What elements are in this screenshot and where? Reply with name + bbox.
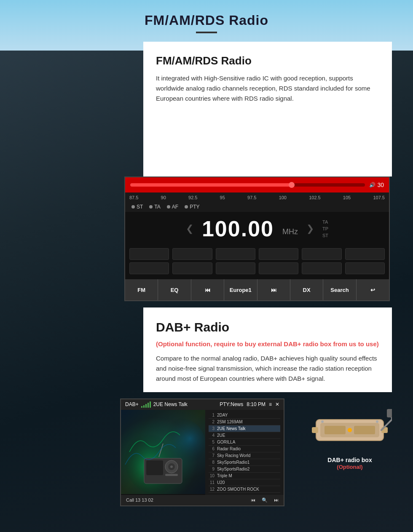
- option-st[interactable]: ST: [131, 204, 143, 210]
- freq-97.5: 97.5: [247, 195, 256, 200]
- ctrl-back[interactable]: ↩: [357, 279, 389, 300]
- freq-next-arrow[interactable]: ❯: [306, 223, 314, 234]
- freq-102.5: 102.5: [309, 195, 321, 200]
- signal-bar-2: [143, 405, 145, 408]
- dab-station-8[interactable]: 8 SkySportsRadio1: [209, 459, 280, 466]
- signal-bar-3: [145, 404, 147, 408]
- svg-point-6: [170, 465, 173, 468]
- ctrl-next[interactable]: ⏭: [257, 279, 290, 300]
- ctrl-search[interactable]: Search: [323, 279, 356, 300]
- fm-card-description: It integrated with High-Sensitive radio …: [156, 73, 379, 104]
- preset-9[interactable]: [216, 262, 255, 274]
- volume-fill: [130, 183, 295, 187]
- dab-radio-box: DAB+ radio box (Optional): [293, 398, 407, 506]
- freq-95: 95: [220, 195, 225, 200]
- label-st: ST: [322, 233, 328, 238]
- svg-rect-15: [354, 426, 375, 434]
- preset-row-2: [129, 262, 385, 274]
- dab-station-12[interactable]: 12 ZOO SMOOTH ROCK: [209, 486, 280, 493]
- preset-6[interactable]: [345, 248, 385, 260]
- svg-rect-3: [146, 460, 163, 475]
- title-underline: [196, 32, 217, 33]
- freq-92.5: 92.5: [188, 195, 197, 200]
- freq-90: 90: [161, 195, 166, 200]
- dab-station-10[interactable]: 10 Triple M: [209, 473, 280, 479]
- dab-ctrl-next[interactable]: ⏭: [274, 497, 279, 503]
- signal-bar-1: [141, 406, 142, 408]
- page-title-area: FM/AM/RDS Radio: [0, 0, 413, 42]
- dab-ctrl-search[interactable]: 🔍: [262, 497, 268, 503]
- preset-5[interactable]: [302, 248, 341, 260]
- option-af-label: AF: [172, 204, 178, 210]
- dab-station-6[interactable]: 6 Radar Radio: [209, 446, 280, 452]
- option-st-label: ST: [137, 204, 143, 210]
- dab-station-10-name: Triple M: [217, 473, 232, 478]
- svg-point-20: [376, 420, 378, 423]
- preset-11[interactable]: [302, 262, 341, 274]
- preset-3[interactable]: [216, 248, 255, 260]
- dab-station-2-name: 2SM 1269AM: [217, 420, 243, 424]
- option-pty-dot: [185, 205, 188, 209]
- preset-row-1: [129, 248, 385, 260]
- preset-12[interactable]: [345, 262, 385, 274]
- dab-station-8-name: SkySportsRadio1: [217, 460, 249, 465]
- dab-ctrl-prev[interactable]: ⏮: [251, 497, 255, 503]
- preset-4[interactable]: [259, 248, 298, 260]
- close-icon[interactable]: ✕: [275, 401, 279, 407]
- dab-bottom-bar: Call 13 13 02 ⏮ 🔍 ⏭: [121, 495, 284, 505]
- dab-station-9-name: SkySportsRadio2: [217, 467, 249, 471]
- dab-station-7[interactable]: 7 Sky Racing World: [209, 452, 280, 459]
- dab-station-9[interactable]: 9 SkySportsRadio2: [209, 466, 280, 473]
- preset-1[interactable]: [129, 248, 169, 260]
- dab-station-4[interactable]: 4 2UE: [209, 432, 280, 439]
- ctrl-dx[interactable]: DX: [290, 279, 323, 300]
- bottom-row: DAB+ 2UE News Talk PTY:News 8:10 PM ≡ ✕: [120, 398, 407, 515]
- dab-section: DAB+ Radio (Optional function, require t…: [143, 307, 392, 392]
- dab-station-3-name: 2UE News Talk: [217, 426, 246, 431]
- label-tp: TP: [322, 226, 328, 231]
- dab-station-3[interactable]: 3 2UE News Talk: [209, 425, 280, 432]
- ctrl-fm[interactable]: FM: [125, 279, 158, 300]
- dab-station-12-name: ZOO SMOOTH ROCK: [217, 487, 259, 492]
- dab-station-5[interactable]: 5 GORILLA: [209, 439, 280, 446]
- svg-point-19: [321, 420, 324, 423]
- dab-header-left: DAB+ 2UE News Talk: [125, 401, 188, 408]
- preset-7[interactable]: [129, 262, 169, 274]
- dab-station-list: 1 2DAY 2 2SM 1269AM 3 2UE News Talk 4: [209, 412, 280, 493]
- dab-pty: PTY:News: [220, 401, 243, 407]
- ctrl-eq[interactable]: EQ: [158, 279, 191, 300]
- svg-rect-11: [312, 427, 318, 433]
- radio-box-visual: [308, 403, 392, 453]
- dab-header-right: PTY:News 8:10 PM ≡ ✕: [220, 401, 279, 407]
- signal-bar-4: [148, 403, 149, 408]
- options-row: ST TA AF PTY: [125, 202, 389, 212]
- fm-card: FM/AM/RDS Radio It integrated with High-…: [143, 42, 392, 176]
- preset-8[interactable]: [172, 262, 212, 274]
- volume-track[interactable]: [130, 183, 365, 187]
- dab-station-2[interactable]: 2 2SM 1269AM: [209, 419, 280, 425]
- dab-optional-note: (Optional function, require to buy exter…: [156, 340, 379, 349]
- dab-call-text: Call 13 13 02: [126, 497, 153, 503]
- svg-rect-14: [324, 426, 346, 434]
- option-ta[interactable]: TA: [149, 204, 160, 210]
- dab-station-1[interactable]: 1 2DAY: [209, 412, 280, 419]
- dab-label: DAB+: [125, 401, 139, 407]
- preset-2[interactable]: [172, 248, 212, 260]
- dab-body: 1 2DAY 2 2SM 1269AM 3 2UE News Talk 4: [121, 410, 284, 495]
- volume-label: 🔊 30: [369, 182, 384, 188]
- dab-radio-box-label: DAB+ radio box (Optional): [327, 457, 372, 470]
- dab-station-11[interactable]: 11 U20: [209, 479, 280, 486]
- option-ta-dot: [149, 205, 153, 209]
- dab-station-list-panel: 1 2DAY 2 2SM 1269AM 3 2UE News Talk 4: [205, 410, 284, 495]
- freq-prev-arrow[interactable]: ❮: [186, 223, 193, 234]
- option-pty[interactable]: PTY: [185, 204, 199, 210]
- dab-station-6-name: Radar Radio: [217, 446, 241, 451]
- option-af[interactable]: AF: [167, 204, 178, 210]
- label-ta: TA: [322, 219, 328, 225]
- ctrl-prev[interactable]: ⏮: [191, 279, 224, 300]
- dab-time: 8:10 PM: [247, 401, 266, 407]
- ctrl-europe1[interactable]: Europe1: [224, 279, 257, 300]
- signal-bar-5: [150, 401, 151, 408]
- dab-control-btns: ⏮ 🔍 ⏭: [251, 497, 279, 503]
- preset-10[interactable]: [259, 262, 298, 274]
